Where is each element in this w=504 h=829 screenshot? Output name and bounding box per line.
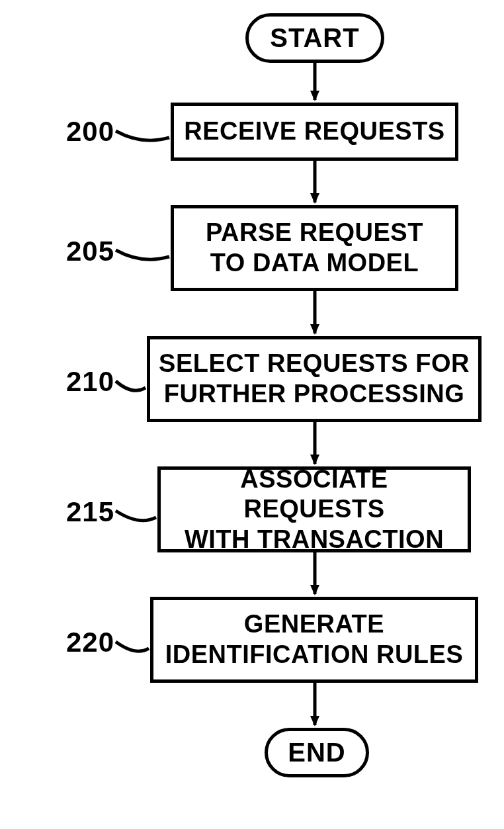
flowchart-canvas: START 200 RECEIVE REQUESTS 205 PARSE REQ…	[0, 0, 504, 829]
connectors	[0, 0, 504, 829]
